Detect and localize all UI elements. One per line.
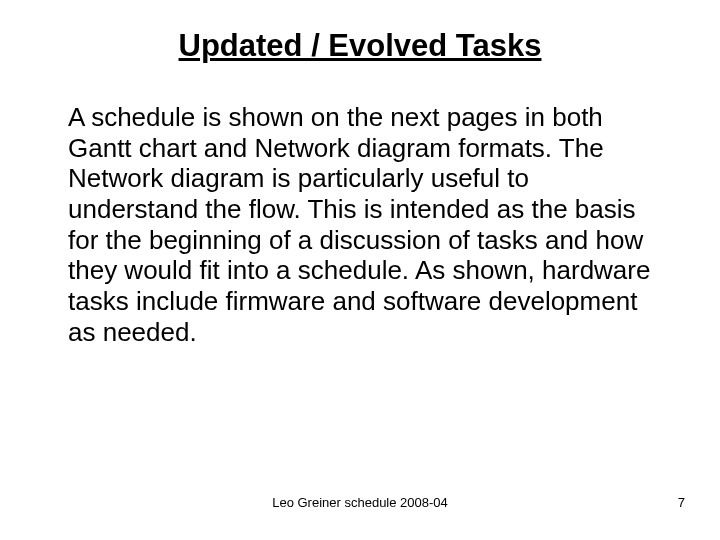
slide-container: Updated / Evolved Tasks A schedule is sh…: [0, 0, 720, 540]
slide-footer: Leo Greiner schedule 2008-04: [0, 495, 720, 510]
slide-title: Updated / Evolved Tasks: [110, 28, 610, 64]
page-number: 7: [678, 495, 685, 510]
slide-body-text: A schedule is shown on the next pages in…: [60, 102, 660, 347]
